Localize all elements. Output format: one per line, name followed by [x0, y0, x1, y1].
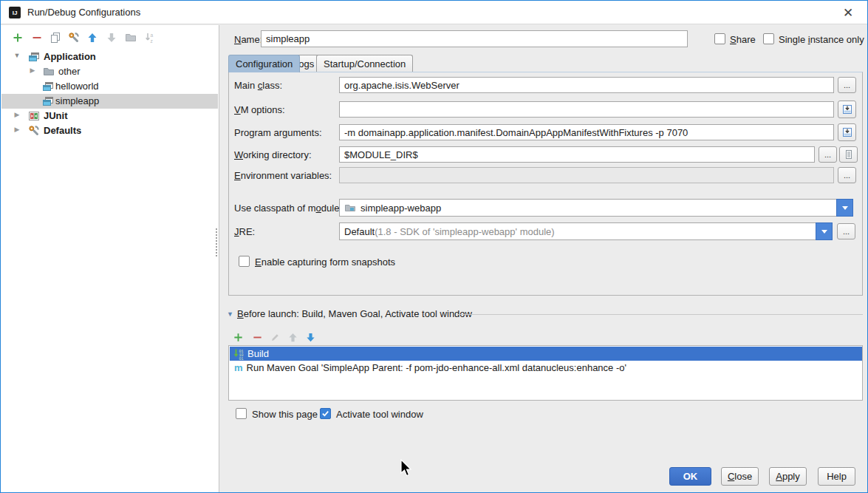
svg-text:01: 01: [239, 357, 244, 360]
wrench-icon: [68, 32, 80, 44]
chevron-expanded-icon[interactable]: ▼: [13, 52, 21, 59]
ellipsis-icon: ...: [844, 81, 850, 89]
tree-item-defaults[interactable]: ▶ Defaults: [1, 123, 218, 138]
intellij-logo-icon: IJ: [9, 7, 21, 18]
module-icon: [344, 202, 356, 214]
settings-icon: [28, 125, 40, 137]
ellipsis-icon: ...: [824, 150, 831, 159]
jre-label: JRE:: [234, 226, 255, 237]
section-collapse-icon[interactable]: ▼: [227, 310, 233, 318]
capture-snapshots-checkbox[interactable]: [239, 256, 250, 267]
ok-button[interactable]: OK: [669, 467, 711, 486]
working-directory-browse-button[interactable]: ...: [819, 146, 837, 163]
vm-options-input[interactable]: [339, 101, 834, 118]
jre-combobox[interactable]: Default (1.8 - SDK of 'simpleapp-webapp'…: [339, 222, 816, 240]
help-button-label: Help: [827, 471, 847, 482]
document-icon: [843, 149, 855, 160]
tree-item-junit[interactable]: ▶ JUnit: [1, 109, 218, 123]
tree-item-label: JUnit: [44, 110, 68, 121]
capture-snapshots-label: Enable capturing form snapshots: [255, 256, 395, 268]
minus-icon: [31, 32, 43, 44]
classpath-module-dropdown-button[interactable]: [836, 199, 853, 217]
tree-item-label: other: [58, 66, 81, 77]
expand-editor-icon: [841, 126, 853, 138]
tree-item-other[interactable]: ▶ other: [1, 64, 218, 79]
chevron-down-icon: [821, 230, 827, 234]
tree-item-application[interactable]: ▼ Application: [1, 50, 218, 64]
minus-icon: [252, 332, 263, 343]
plus-icon: [233, 332, 244, 343]
environment-variables-browse-button[interactable]: ...: [838, 167, 856, 183]
tree-item-helloworld[interactable]: helloworld: [1, 79, 218, 94]
close-icon[interactable]: ✕: [839, 4, 857, 21]
chevron-collapsed-icon[interactable]: ▶: [13, 111, 21, 118]
before-launch-add-button[interactable]: [230, 330, 245, 344]
before-launch-title: Before launch: Build, Maven Goal, Activa…: [237, 308, 472, 319]
program-arguments-expand-button[interactable]: [838, 123, 856, 141]
folder-icon: [125, 32, 137, 44]
tree-item-label: Defaults: [44, 125, 81, 136]
application-icon: [42, 81, 54, 92]
working-directory-label: Working directory:: [234, 149, 312, 160]
splitter-grip[interactable]: [216, 228, 219, 256]
before-launch-move-down-button[interactable]: [303, 330, 318, 344]
apply-button[interactable]: Apply: [769, 467, 807, 486]
jre-browse-button[interactable]: ...: [837, 223, 855, 239]
tab-label: Configuration: [236, 58, 293, 69]
classpath-module-label: Use classpath of module:: [234, 203, 342, 214]
folder-icon: [43, 66, 55, 78]
classpath-module-combobox[interactable]: simpleapp-webapp: [339, 199, 837, 217]
before-launch-edit-button[interactable]: [267, 330, 282, 344]
svg-text:z: z: [151, 38, 153, 44]
task-row-build[interactable]: 011001 Build: [230, 347, 862, 361]
vm-options-expand-button[interactable]: [838, 101, 856, 118]
task-label: Build: [247, 348, 269, 359]
main-class-browse-button[interactable]: ...: [838, 77, 856, 93]
help-button[interactable]: Help: [818, 467, 855, 486]
tree-item-simpleapp[interactable]: simpleapp: [1, 94, 218, 109]
arrow-up-icon: [287, 332, 298, 343]
section-separator: [457, 314, 863, 315]
task-row-maven-goal[interactable]: m Run Maven Goal 'SimpleApp Parent: -f p…: [230, 361, 862, 375]
mouse-cursor: [400, 459, 413, 478]
run-debug-configurations-dialog: IJ Run/Debug Configurations ✕ az ▼ Appli…: [0, 0, 868, 493]
share-checkbox[interactable]: [714, 33, 725, 44]
arrow-down-icon: [305, 332, 316, 343]
before-launch-remove-button[interactable]: [250, 330, 264, 344]
name-input[interactable]: [261, 30, 688, 47]
tree-item-label: Application: [44, 51, 96, 62]
working-directory-macros-button[interactable]: [839, 146, 858, 163]
show-this-page-checkbox[interactable]: [236, 408, 247, 419]
working-directory-input[interactable]: [339, 146, 815, 163]
maven-icon: m: [234, 362, 243, 374]
main-class-input[interactable]: [339, 77, 834, 93]
activate-tool-window-checkbox[interactable]: [320, 408, 331, 419]
sort-configurations-button[interactable]: az: [143, 30, 157, 45]
application-icon: [28, 51, 40, 63]
move-up-button[interactable]: [85, 30, 100, 45]
arrow-up-icon: [86, 32, 98, 44]
edit-defaults-button[interactable]: [66, 30, 81, 45]
close-button[interactable]: Close: [721, 467, 759, 486]
single-instance-checkbox[interactable]: [763, 33, 774, 44]
show-this-page-label: Show this page: [252, 409, 318, 420]
copy-configuration-button[interactable]: [48, 30, 63, 45]
jre-dropdown-button[interactable]: [816, 222, 833, 240]
tab-configuration[interactable]: Configuration: [228, 55, 300, 72]
move-down-button[interactable]: [104, 30, 119, 45]
before-launch-move-up-button[interactable]: [285, 330, 300, 344]
chevron-collapsed-icon[interactable]: ▶: [28, 67, 37, 74]
ellipsis-icon: ...: [844, 171, 850, 180]
ok-button-label: OK: [683, 471, 698, 482]
tab-startup-connection[interactable]: Startup/Connection: [316, 55, 413, 72]
program-arguments-input[interactable]: [339, 124, 834, 140]
build-icon: 011001: [233, 348, 245, 360]
environment-variables-input[interactable]: [339, 167, 834, 183]
add-configuration-button[interactable]: [10, 30, 25, 45]
single-instance-label: Single instance only: [779, 34, 864, 45]
remove-configuration-button[interactable]: [30, 30, 44, 45]
jre-value-detail: (1.8 - SDK of 'simpleapp-webapp' module): [375, 226, 554, 237]
new-folder-button[interactable]: [123, 30, 138, 45]
jre-value-main: Default: [344, 226, 375, 237]
chevron-collapsed-icon[interactable]: ▶: [13, 126, 21, 133]
